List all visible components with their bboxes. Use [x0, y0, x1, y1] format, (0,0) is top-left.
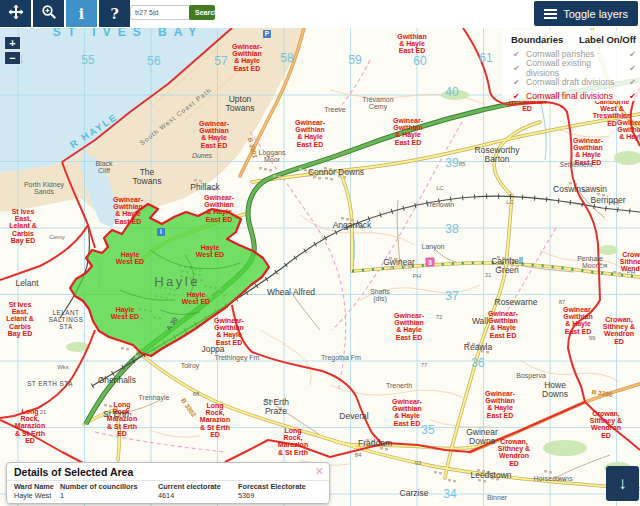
pan-tool-button[interactable]: [0, 0, 31, 27]
details-cell: 5369: [238, 491, 254, 500]
layer-visibility-check-icon[interactable]: ✔: [513, 92, 526, 101]
layer-labels-check-icon[interactable]: ✔: [623, 64, 636, 73]
zoom-in-button[interactable]: +: [4, 36, 21, 50]
toggle-layers-button[interactable]: Toggle layers: [534, 1, 638, 26]
layer-row-1[interactable]: ✔Cornwall existing divisions✔: [502, 61, 640, 75]
pan-down-button[interactable]: ↓: [606, 466, 639, 501]
pan-icon: [8, 4, 24, 24]
info-tool-button[interactable]: i: [66, 0, 97, 27]
details-col-header: Ward Name: [14, 482, 54, 491]
zoom-tool-button[interactable]: [33, 0, 64, 27]
layer-row-2[interactable]: ✔Cornwall draft divisions✔: [502, 75, 640, 89]
layer-label: Cornwall final divisions: [526, 91, 623, 101]
info-icon: i: [79, 6, 84, 22]
layer-labels-check-icon[interactable]: ✔: [623, 92, 636, 101]
layer-labels-check-icon[interactable]: ✔: [623, 50, 636, 59]
search-input[interactable]: [130, 5, 194, 20]
details-cell: 1: [60, 491, 64, 500]
details-cell: Hayle West: [14, 491, 51, 500]
label-on-off-header[interactable]: Label On/Off: [579, 34, 636, 45]
toggle-layers-label: Toggle layers: [563, 8, 628, 20]
map-canvas[interactable]: ST IVES BAYR HAYLE5455565758596061403938…: [0, 28, 640, 506]
down-arrow-icon: ↓: [618, 474, 627, 494]
layer-label: Cornwall draft divisions: [526, 77, 623, 87]
details-col-header: Current electorate: [158, 482, 221, 491]
layer-label: Cornwall existing divisions: [526, 58, 623, 78]
details-col-header: Number of councillors: [60, 482, 137, 491]
layer-visibility-check-icon[interactable]: ✔: [513, 50, 526, 59]
details-col-header: Forecast Electorate: [238, 482, 306, 491]
layers-menu-icon: [544, 7, 557, 21]
search-button[interactable]: Search: [189, 5, 215, 20]
zoom-out-button[interactable]: −: [4, 51, 21, 65]
toolbar: i ? Search Toggle layers: [0, 0, 640, 28]
zoom-control: + −: [4, 36, 22, 65]
stream-layer: [352, 100, 546, 270]
details-cell: 4614: [158, 491, 174, 500]
layers-panel-title: Boundaries: [511, 34, 563, 45]
close-icon[interactable]: ✕: [315, 465, 324, 478]
layer-row-3[interactable]: ✔Cornwall final divisions✔: [502, 89, 640, 103]
layer-labels-check-icon[interactable]: ✔: [623, 78, 636, 87]
layer-visibility-check-icon[interactable]: ✔: [513, 78, 526, 87]
details-panel: Details of Selected Area ✕ Ward NameNumb…: [6, 462, 330, 504]
details-value-row: Hayle West146145369: [7, 491, 329, 501]
help-icon: ?: [110, 6, 118, 22]
layer-visibility-check-icon[interactable]: ✔: [513, 64, 526, 73]
details-panel-title: Details of Selected Area: [14, 466, 133, 478]
layers-panel: Boundaries Label On/Off ✔Cornwall parish…: [502, 30, 640, 101]
help-tool-button[interactable]: ?: [99, 0, 130, 27]
magnifier-plus-icon: [41, 4, 57, 24]
layers-list: ✔Cornwall parishes✔✔Cornwall existing di…: [502, 47, 640, 103]
